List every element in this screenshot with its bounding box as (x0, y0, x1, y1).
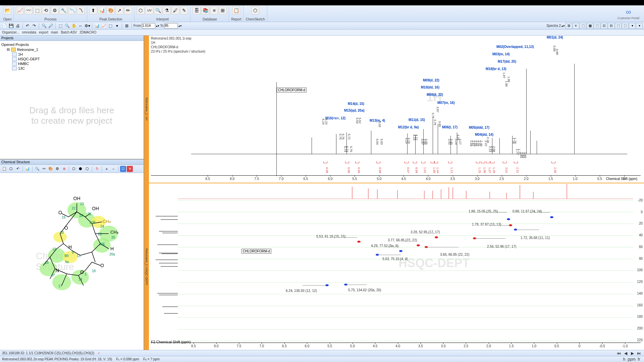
unit-h[interactable]: h (621, 356, 627, 362)
project-item-hmbc[interactable]: HMBC (12, 61, 142, 66)
view-btn-4[interactable]: ▦ (587, 23, 593, 29)
view-btn-6[interactable]: ⊡ (601, 23, 607, 29)
nav-last-icon[interactable]: ⏭ (636, 350, 642, 356)
peak-icon-4[interactable]: ↗ (115, 6, 123, 14)
tb3-main[interactable]: main (51, 31, 58, 34)
tb3-nmredata[interactable]: nmredata (22, 31, 36, 34)
spectrum-1h-panel[interactable]: Retrorsine_1: 1H Retrorsine2.001.001.1r.… (144, 36, 644, 183)
crosspeak-label[interactable]: 1.78, 37.87 (13, 13) (472, 223, 501, 226)
tb2-new-icon[interactable]: 📄 (1, 23, 7, 29)
struct-btn-17[interactable]: ✕ (127, 166, 133, 172)
struct-btn-7[interactable]: 🎨 (48, 166, 54, 172)
struct-btn-16[interactable]: ☑ (120, 166, 126, 172)
tb2-chart-2[interactable]: 📈 (101, 23, 107, 29)
tb2-tool-5[interactable]: ⚙▾ (84, 23, 90, 29)
multiplet-label[interactable]: M06(t, 17) (442, 125, 458, 129)
crosspeak-label[interactable]: 6.24, 136.93 (12, 12) (286, 289, 317, 293)
project-item-hsqc[interactable]: HSQC-DEPT (12, 57, 142, 61)
struct-btn-15[interactable]: − (110, 166, 116, 172)
tb2-zoom-out-icon[interactable]: 🔎 (48, 23, 54, 29)
nav-next-icon[interactable]: ▶ (629, 350, 635, 356)
tab-1h[interactable]: Retrorsine_1: 1H (144, 36, 149, 183)
open-icon[interactable]: 📂 (3, 6, 11, 14)
process-icon-7[interactable]: 📉 (68, 6, 76, 14)
process-icon-1[interactable]: 📈 (16, 6, 24, 14)
multiplet-label[interactable]: M03(m, 14) (492, 52, 510, 56)
crosspeak-dot[interactable] (550, 216, 553, 218)
multiplet-label[interactable]: M07(m, 16) (437, 101, 455, 105)
report-icon[interactable]: 📋 (232, 6, 240, 14)
crosspeak-label[interactable]: 4.29, 77.52 (9a, 9) (371, 244, 398, 248)
tb2-print-icon[interactable]: 🖨 (15, 23, 21, 29)
process-icon-4[interactable]: ⟲ (42, 6, 50, 14)
peak-icon-3[interactable]: 🎨 (107, 6, 115, 14)
interpret-icon-5[interactable]: 🖊 (171, 6, 179, 14)
opened-projects-node[interactable]: Opened Projects (1, 42, 142, 47)
struct-btn-9[interactable]: ⊗ (61, 166, 67, 172)
project-root[interactable]: ⊟ Retrorsine_1 (7, 47, 142, 52)
tb2-redo-icon[interactable]: ↷ (31, 23, 37, 29)
chemsketch-icon[interactable]: ⬡ (251, 6, 259, 14)
multiplet-label[interactable]: M05(ddd, 17) (469, 126, 489, 129)
struct-btn-12[interactable]: ⬡ (84, 166, 90, 172)
process-icon-6[interactable]: 🔧 (59, 6, 67, 14)
struct-btn-10[interactable]: ⬡ (71, 166, 77, 172)
struct-btn-8[interactable]: ⚙ (54, 166, 60, 172)
crosspeak-label[interactable]: 5.03, 75.10 (4, 4) (382, 257, 408, 261)
crosspeak-label[interactable]: 2.56, 52.96 (17, 17) (487, 245, 516, 248)
process-icon-2[interactable]: 〰 (24, 6, 33, 14)
view-btn-5[interactable]: ⬚ (594, 23, 600, 29)
view-btn-8[interactable]: ⬚ (615, 23, 622, 29)
unit-ppm[interactable]: ppm (629, 356, 635, 362)
crosspeak-label[interactable]: 3.28, 52.95 (17, 17) (411, 230, 440, 234)
interpret-icon-3[interactable]: 🔍 (154, 6, 162, 14)
struct-btn-13[interactable]: ↻ (94, 166, 100, 172)
nav-first-icon[interactable]: ⏮ (616, 350, 622, 356)
tb2-chart-4[interactable]: ▾ (114, 23, 120, 29)
tb2-tool-1[interactable]: ⬚ (57, 23, 63, 29)
nav-prev-icon[interactable]: ◀ (623, 350, 629, 356)
tb2-tool-2[interactable]: 🔍 (64, 23, 70, 29)
multiplet-label[interactable]: M11(d, 15) (409, 118, 425, 122)
interpret-icon-4[interactable]: ⚗ (163, 6, 171, 14)
crosspeak-dot[interactable] (507, 218, 510, 220)
to-input[interactable] (164, 23, 178, 28)
multiplet-label[interactable]: M09(d, 22) (423, 78, 439, 82)
db-icon-1[interactable]: 🗄 (193, 6, 201, 14)
crosspeak-dot[interactable] (435, 236, 438, 238)
multiplet-label[interactable]: M14(d, 15) (348, 102, 364, 106)
crosspeak-dot[interactable] (417, 244, 420, 246)
db-icon-2[interactable]: 📚 (201, 6, 209, 14)
crosspeak-label[interactable]: 3.66, 66.85 (22, 22) (440, 253, 469, 256)
project-item-1h[interactable]: 1H (12, 52, 142, 57)
multiplet-label[interactable]: M13(m, 4) (370, 119, 385, 122)
tb3-2dmacro[interactable]: 2DMACRO (79, 31, 96, 34)
struct-btn-4[interactable]: 📊 (24, 166, 31, 172)
tb2-save-icon[interactable]: 💾 (8, 23, 14, 29)
peak-icon-1[interactable]: ⬆ (89, 6, 97, 14)
crosspeak-dot[interactable] (509, 224, 512, 226)
crosspeak-label[interactable]: 5.75, 134.62 (20a, 20) (348, 288, 381, 292)
spectra-label[interactable]: Spectra 2 (546, 24, 561, 27)
multiplet-label[interactable]: M08(d, 22) (427, 93, 443, 97)
crosspeak-label[interactable]: 0.88, 11.67 (24, 24) (513, 209, 542, 213)
unit-fr[interactable]: fr (636, 356, 642, 362)
interpret-icon-1[interactable]: ⬡ (137, 6, 145, 14)
crosspeak-dot[interactable] (399, 250, 402, 252)
process-icon-3[interactable]: ⬚ (33, 6, 41, 14)
crosspeak-label[interactable]: 1.72, 35.68 (11, 11) (521, 236, 550, 240)
struct-btn-3[interactable]: ↶ (15, 166, 21, 172)
view-btn-11[interactable]: ▾ (636, 23, 643, 29)
crosspeak-label[interactable]: 5.53, 61.18 (15, 15) (316, 235, 345, 238)
crosspeak-label[interactable]: 3.77, 66.85 (22, 22) (388, 238, 417, 242)
tab-hsqc[interactable]: Retrorsine_1: HSQC-DEPT (144, 183, 149, 350)
struct-btn-6[interactable]: ✏ (41, 166, 47, 172)
tb2-zoom-in-icon[interactable]: 🔍 (41, 23, 47, 29)
customer-portal-link[interactable]: ∞ Customer Portal (618, 8, 643, 20)
struct-btn-5[interactable]: 🔍 (34, 166, 40, 172)
struct-btn-2[interactable]: ⬡ (8, 166, 14, 172)
from-input[interactable] (142, 23, 155, 28)
view-btn-9[interactable]: ⬚ (622, 23, 629, 29)
process-icon-5[interactable]: ⚙ (51, 6, 59, 14)
multiplet-label[interactable]: M01(d, 24) (547, 36, 563, 39)
